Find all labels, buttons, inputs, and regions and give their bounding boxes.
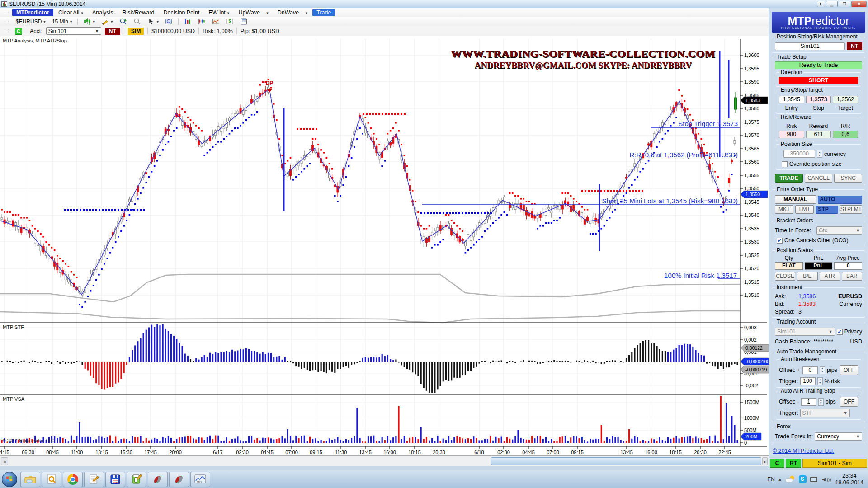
- language-indicator[interactable]: EN: [767, 476, 775, 483]
- connection-indicator[interactable]: C: [770, 459, 784, 468]
- nt-button[interactable]: NT: [105, 28, 120, 35]
- editor-button[interactable]: [127, 472, 146, 487]
- pnl-value[interactable]: PnL: [805, 262, 833, 270]
- account-select[interactable]: Sim101▼: [46, 27, 101, 35]
- snapshot-button[interactable]: [210, 18, 222, 25]
- privacy-checkbox[interactable]: [837, 329, 843, 335]
- spinner-control[interactable]: ▲▼: [818, 398, 824, 406]
- sim-button[interactable]: SIM: [128, 28, 144, 35]
- cursor-button[interactable]: ▾: [146, 18, 161, 25]
- close-button[interactable]: ✕: [851, 1, 867, 7]
- chart-style-button[interactable]: ▾: [81, 18, 97, 25]
- weather-icon[interactable]: [785, 476, 795, 483]
- atr-stop-dot: [553, 220, 555, 221]
- scrollbar-thumb[interactable]: [491, 457, 761, 465]
- menu-item-upwave[interactable]: UpWave...▾: [234, 9, 272, 16]
- price-tag-label: 0,00122: [745, 345, 763, 351]
- position-size-field[interactable]: 350000: [783, 150, 815, 158]
- chart-area[interactable]: DP1,36001,35951,35901,35851,35801,35751,…: [0, 36, 769, 455]
- manual-button[interactable]: MANUAL: [775, 195, 816, 204]
- network-icon[interactable]: [810, 477, 817, 482]
- target-field[interactable]: 1,3562: [833, 96, 858, 103]
- breakeven-off-button[interactable]: OFF: [840, 365, 858, 375]
- menu-item-ew-int[interactable]: EW Int▾: [204, 9, 233, 16]
- zoom-window-button[interactable]: [163, 18, 175, 25]
- explorer-button[interactable]: [20, 472, 40, 487]
- start-button[interactable]: [2, 472, 17, 487]
- oco-checkbox[interactable]: [777, 238, 783, 244]
- spinner-control[interactable]: ▲▼: [817, 377, 823, 385]
- lmt-button[interactable]: LMT: [795, 205, 814, 214]
- mkt-button[interactable]: MKT: [775, 205, 793, 214]
- breakeven-trigger-field[interactable]: 100: [800, 377, 816, 385]
- draw-tool-button[interactable]: ▾: [99, 18, 115, 25]
- entry-field[interactable]: 1,3545: [779, 96, 804, 103]
- tray-expand-icon[interactable]: ▴: [778, 476, 782, 483]
- account-data-button[interactable]: $: [224, 18, 236, 25]
- realtime-indicator[interactable]: RT: [786, 459, 801, 468]
- notepad-button[interactable]: [84, 472, 104, 487]
- stplmt-button[interactable]: STPLMT: [840, 205, 862, 214]
- order-grid-button[interactable]: [238, 18, 250, 25]
- atr-trigger-select[interactable]: STF▼: [800, 409, 850, 417]
- stop-field[interactable]: 1,3573: [806, 96, 831, 103]
- trade-forex-in-select[interactable]: Currency▼: [815, 432, 862, 441]
- mtpredictor-copyright-link[interactable]: © 2014 MTPredictor Ltd.: [773, 448, 834, 454]
- zoom-in-button[interactable]: [118, 18, 129, 25]
- menu-item-trade[interactable]: Trade: [312, 9, 335, 16]
- trading-account-select[interactable]: Sim101▼: [775, 328, 835, 336]
- trade-button[interactable]: TRADE: [775, 174, 803, 183]
- menu-item-risk-reward[interactable]: Risk/Reward: [118, 9, 159, 16]
- menu-item-decision-point[interactable]: Decision Point: [159, 9, 203, 16]
- connection-indicator[interactable]: C: [15, 28, 22, 35]
- zoom-out-button[interactable]: [132, 18, 143, 25]
- scroll-left-arrow[interactable]: ◂: [1, 457, 8, 465]
- stp-button[interactable]: STP: [816, 206, 838, 214]
- mtp-workspace-button[interactable]: MTV: [190, 472, 210, 487]
- override-checkbox[interactable]: [782, 161, 788, 167]
- menu-item-mtpredictor[interactable]: MTPredictor: [12, 9, 53, 16]
- ninjatrader-button[interactable]: [148, 472, 168, 487]
- cancel-button[interactable]: CANCEL: [805, 174, 833, 183]
- menu-item-clear-all[interactable]: Clear All▾: [54, 9, 87, 16]
- bar-button[interactable]: BAR: [842, 272, 862, 281]
- skype-icon[interactable]: S: [799, 475, 807, 483]
- ninjatrader-button-2[interactable]: [169, 472, 189, 487]
- psm-account-field[interactable]: Sim101: [775, 42, 845, 50]
- breakeven-offset-field[interactable]: 0: [802, 366, 818, 374]
- l-button[interactable]: L: [817, 1, 825, 7]
- spinner-control[interactable]: ▲▼: [820, 366, 825, 374]
- breakeven-button[interactable]: B/E: [797, 272, 817, 281]
- tif-select[interactable]: Gtc▼: [816, 226, 862, 235]
- close-position-button[interactable]: CLOSE: [775, 272, 795, 281]
- atr-stop-dot: [18, 214, 19, 216]
- chrome-button[interactable]: [63, 472, 83, 487]
- interval-select[interactable]: 15 Min▾: [50, 19, 74, 25]
- taskbar-clock[interactable]: 23:34 18.06.2014: [835, 473, 866, 486]
- chart-scrollbar[interactable]: ◂ ▸: [0, 455, 769, 466]
- price-chart[interactable]: DP1,36001,35951,35901,35851,35801,35751,…: [0, 36, 769, 455]
- atr-stop-dot: [101, 268, 103, 270]
- spinner-control[interactable]: ▲▼: [817, 150, 822, 158]
- chart-trader-button[interactable]: [196, 18, 208, 25]
- minimize-button[interactable]: ▁: [826, 1, 838, 7]
- sync-button[interactable]: SYNC: [834, 174, 862, 183]
- volume-bar: [640, 441, 641, 443]
- atr-stop-dot: [528, 201, 530, 202]
- atr-button[interactable]: ATR: [820, 272, 840, 281]
- time-tick-label: 22:45: [718, 450, 731, 455]
- search-button[interactable]: [42, 472, 61, 487]
- atr-offset-field[interactable]: 1: [801, 398, 816, 406]
- atr-off-button[interactable]: OFF: [840, 397, 858, 407]
- menu-item-dnwave[interactable]: DnWave...▾: [274, 9, 311, 16]
- maximize-button[interactable]: ❐: [839, 1, 850, 7]
- symbol-select[interactable]: $EURUSD▾: [14, 19, 47, 25]
- stf-bar: [345, 362, 347, 366]
- volume-icon[interactable]: ◄))): [821, 476, 831, 483]
- psm-nt-button[interactable]: NT: [847, 42, 862, 50]
- menu-item-analysis[interactable]: Analysis: [88, 9, 118, 16]
- auto-button[interactable]: AUTO: [818, 196, 863, 204]
- scroll-right-arrow[interactable]: ▸: [762, 457, 768, 465]
- indicators-button[interactable]: [182, 18, 193, 25]
- save-button[interactable]: 64: [105, 472, 125, 487]
